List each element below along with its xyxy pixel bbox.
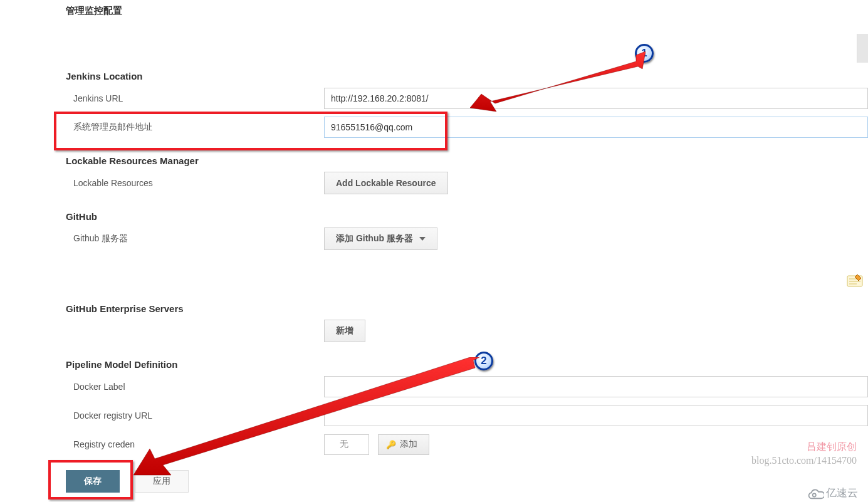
add-github-server-label: 添加 Github 服务器 (336, 233, 413, 244)
input-admin-email[interactable] (324, 117, 868, 138)
section-pipeline-title: Pipeline Model Definition (66, 359, 868, 370)
section-jenkins-location-title: Jenkins Location (66, 71, 868, 81)
annotation-balloon-1: 1 (635, 44, 654, 63)
scrollbar-stub[interactable] (857, 34, 868, 63)
watermark-line2: blog.51cto.com/14154700 (751, 454, 857, 468)
label-docker-registry: Docker registry URL (73, 410, 324, 421)
input-docker-label[interactable] (324, 376, 868, 397)
row-lockable: Lockable Resources Add Lockable Resource (66, 169, 868, 197)
add-enterprise-server-button[interactable]: 新增 (324, 320, 365, 342)
add-registry-cred-button[interactable]: 🔑 添加 (378, 434, 429, 455)
row-registry-cred: Registry creden 无 🔑 添加 (66, 430, 868, 459)
label-github-server: Github 服务器 (73, 233, 324, 244)
watermark-brand: 亿速云 (805, 486, 858, 500)
add-registry-cred-label: 添加 (400, 439, 417, 450)
notepad-icon[interactable] (847, 273, 863, 287)
watermark-line1: 吕建钊原创 (751, 440, 857, 454)
input-jenkins-url[interactable] (324, 88, 868, 109)
svg-point-7 (813, 493, 816, 496)
row-jenkins-url: Jenkins URL (66, 84, 868, 113)
select-registry-cred[interactable]: 无 (324, 434, 369, 455)
key-icon: 🔑 (386, 440, 396, 449)
cloud-logo-icon (805, 487, 824, 499)
label-admin-email: 系统管理员邮件地址 (73, 122, 324, 133)
add-lockable-resource-button[interactable]: Add Lockable Resource (324, 172, 448, 194)
label-jenkins-url: Jenkins URL (73, 93, 324, 103)
watermark-author: 吕建钊原创 blog.51cto.com/14154700 (751, 440, 857, 468)
row-docker-label: Docker Label (66, 372, 868, 401)
label-lockable: Lockable Resources (73, 178, 324, 188)
save-button[interactable]: 保存 (66, 470, 120, 493)
section-github-enterprise-title: GitHub Enterprise Servers (66, 303, 868, 314)
section-lockable-title: Lockable Resources Manager (66, 155, 868, 166)
bottom-action-bar: 保存 应用 (66, 470, 189, 493)
row-docker-registry: Docker registry URL (66, 401, 868, 430)
input-docker-registry[interactable] (324, 405, 868, 426)
section-github-title: GitHub (66, 211, 868, 222)
label-registry-cred: Registry creden (73, 439, 324, 449)
row-github-server: Github 服务器 添加 Github 服务器 (66, 224, 868, 253)
label-docker-label: Docker Label (73, 382, 324, 392)
select-registry-cred-value: 无 (340, 439, 348, 450)
watermark-brand-text: 亿速云 (826, 486, 858, 500)
row-github-enterprise: 新增 (66, 316, 868, 345)
annotation-balloon-2: 2 (474, 352, 493, 370)
apply-button[interactable]: 应用 (135, 470, 189, 493)
add-github-server-button[interactable]: 添加 Github 服务器 (324, 227, 437, 250)
row-admin-email: 系统管理员邮件地址 (66, 113, 868, 142)
section-monitor-title: 管理监控配置 (66, 5, 868, 17)
chevron-down-icon (419, 237, 426, 241)
